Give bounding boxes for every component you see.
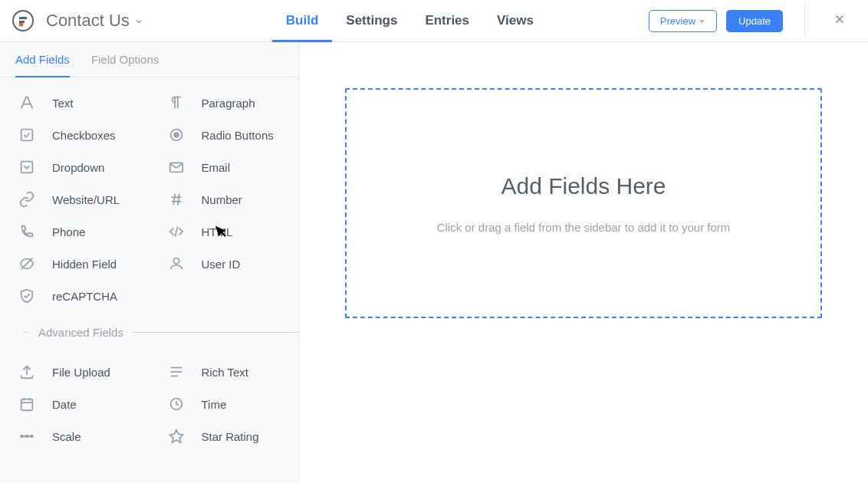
hidden-icon: [18, 255, 35, 272]
tab-settings[interactable]: Settings: [332, 0, 411, 41]
field-label: reCAPTCHA: [52, 290, 117, 303]
dropdown-icon: [18, 159, 35, 176]
advanced-fields-header: Advanced Fields: [0, 318, 298, 347]
email-icon: [168, 159, 185, 176]
field-label: Date: [52, 398, 77, 411]
field-rich-text[interactable]: Rich Text: [150, 356, 299, 388]
advanced-fields-label: Advanced Fields: [38, 326, 123, 339]
field-text[interactable]: Text: [0, 87, 150, 119]
field-label: Rich Text: [202, 366, 248, 379]
form-title-text: Contact Us: [46, 11, 130, 31]
tab-build[interactable]: Build: [272, 0, 333, 41]
field-label: Time: [202, 398, 227, 411]
preview-label: Preview: [660, 15, 695, 27]
field-html[interactable]: HTML: [150, 215, 299, 248]
sidebar-tab-add-fields[interactable]: Add Fields: [15, 42, 70, 77]
field-label: Email: [202, 161, 231, 174]
svg-point-4: [174, 133, 179, 137]
field-label: File Upload: [52, 366, 110, 379]
field-scale[interactable]: Scale: [0, 420, 150, 452]
field-phone[interactable]: Phone: [0, 215, 150, 248]
field-dropdown[interactable]: Dropdown: [0, 151, 150, 183]
advanced-fields-grid: File Upload Rich Text Date Time Scale St: [0, 347, 298, 458]
field-label: Hidden Field: [52, 258, 117, 271]
upload-icon: [18, 363, 35, 380]
field-user-id[interactable]: User ID: [150, 248, 299, 280]
field-label: Dropdown: [52, 161, 104, 174]
svg-line-9: [173, 194, 175, 205]
field-email[interactable]: Email: [150, 151, 299, 183]
field-label: HTML: [202, 225, 233, 238]
field-star-rating[interactable]: Star Rating: [150, 420, 299, 452]
basic-fields-grid: Text Paragraph Checkboxes Radio Buttons …: [0, 77, 298, 318]
paragraph-icon: [168, 94, 185, 111]
form-canvas: Add Fields Here Click or drag a field fr…: [299, 42, 868, 483]
hash-icon: [168, 191, 185, 208]
sidebar-tabs: Add Fields Field Options: [0, 42, 298, 77]
link-icon: [18, 191, 35, 208]
clock-icon: [168, 396, 185, 412]
code-icon: [168, 223, 185, 240]
app-logo[interactable]: [12, 10, 34, 31]
dropzone[interactable]: Add Fields Here Click or drag a field fr…: [345, 88, 822, 318]
svg-marker-27: [169, 430, 182, 443]
svg-rect-5: [21, 162, 33, 173]
sidebar-tab-field-options[interactable]: Field Options: [91, 42, 159, 77]
field-label: Phone: [52, 225, 85, 238]
shield-icon: [18, 288, 35, 304]
field-date[interactable]: Date: [0, 388, 150, 420]
tab-views[interactable]: Views: [483, 0, 547, 41]
checkbox-icon: [18, 127, 35, 143]
field-recaptcha[interactable]: reCAPTCHA: [0, 280, 150, 312]
field-label: Star Rating: [202, 430, 259, 443]
field-website-url[interactable]: Website/URL: [0, 183, 150, 215]
content: Add Fields Field Options Text Paragraph …: [0, 42, 868, 483]
tab-entries[interactable]: Entries: [411, 0, 483, 41]
scale-icon: [18, 428, 35, 445]
svg-line-11: [175, 227, 178, 237]
field-paragraph[interactable]: Paragraph: [150, 87, 299, 119]
field-label: Number: [202, 193, 242, 206]
chevron-down-icon: [134, 11, 143, 31]
svg-rect-2: [21, 130, 33, 141]
form-title[interactable]: Contact Us: [46, 11, 143, 31]
update-button[interactable]: Update: [726, 10, 783, 32]
radio-icon: [168, 127, 185, 143]
dropzone-title: Add Fields Here: [501, 173, 666, 199]
field-time[interactable]: Time: [150, 388, 299, 420]
user-icon: [168, 255, 185, 272]
field-label: Checkboxes: [52, 129, 116, 142]
close-button[interactable]: [827, 8, 853, 34]
chevron-down-icon: [699, 15, 705, 27]
field-checkboxes[interactable]: Checkboxes: [0, 119, 150, 151]
field-radio-buttons[interactable]: Radio Buttons: [150, 119, 299, 151]
preview-button[interactable]: Preview: [649, 10, 717, 32]
star-icon: [168, 428, 185, 445]
field-label: Paragraph: [202, 97, 255, 110]
calendar-icon: [18, 396, 35, 412]
dropzone-subtitle: Click or drag a field from the sidebar t…: [437, 221, 731, 234]
topbar-actions: Preview Update: [649, 4, 853, 38]
field-label: Website/URL: [52, 193, 120, 206]
field-number[interactable]: Number: [150, 183, 299, 215]
field-label: Text: [52, 97, 74, 110]
svg-point-13: [173, 258, 179, 264]
sidebar: Add Fields Field Options Text Paragraph …: [0, 42, 299, 483]
svg-line-10: [177, 194, 179, 205]
main-tabs: Build Settings Entries Views: [272, 0, 547, 41]
richtext-icon: [168, 363, 185, 380]
field-hidden[interactable]: Hidden Field: [0, 248, 150, 280]
svg-rect-18: [21, 399, 33, 411]
divider: [804, 4, 805, 38]
text-icon: [18, 94, 35, 111]
field-label: Radio Buttons: [202, 129, 274, 142]
field-label: User ID: [202, 258, 241, 271]
topbar: Contact Us Build Settings Entries Views …: [0, 0, 868, 42]
field-file-upload[interactable]: File Upload: [0, 356, 150, 388]
field-label: Scale: [52, 430, 81, 443]
phone-icon: [18, 223, 35, 240]
